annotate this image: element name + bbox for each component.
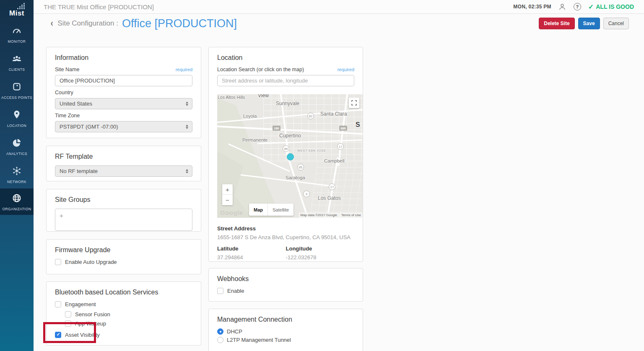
longitude-label: Longitude — [286, 245, 355, 252]
required-badge: required — [176, 67, 192, 72]
map-type-satellite-button[interactable]: Satellite — [268, 204, 293, 216]
sidebar-item-label: ANALYTICS — [6, 152, 27, 156]
information-card: Information Site Name required Country U… — [46, 47, 201, 138]
location-search-label: Location Search (or click on the map) — [217, 67, 304, 72]
map-type-control: Map Satellite — [249, 204, 293, 216]
country-value: United States — [60, 101, 92, 107]
app-wakeup-checkbox[interactable] — [65, 320, 71, 327]
country-select[interactable]: United States — [55, 98, 192, 109]
required-badge: required — [338, 67, 354, 72]
site-name-input[interactable] — [55, 75, 192, 86]
sidebar: Mist MONITOR CLIENTS ACCESS POINTS LOCAT… — [0, 0, 34, 351]
map-type-map-button[interactable]: Map — [249, 204, 268, 216]
latitude-value: 37.294864 — [217, 254, 286, 261]
highway-shield-82: 82 — [307, 113, 314, 119]
breadcrumb[interactable]: Site Configuration : — [57, 19, 118, 28]
rf-template-value: No RF template — [60, 168, 98, 174]
sidebar-item-monitor[interactable]: MONITOR — [0, 20, 34, 48]
save-button[interactable]: Save — [578, 18, 600, 29]
site-groups-card: Site Groups + — [46, 189, 201, 232]
card-title: RF Template — [55, 153, 192, 160]
sidebar-item-access-points[interactable]: ACCESS POINTS — [0, 76, 34, 104]
card-title: Bluetooth based Location Services — [55, 289, 192, 296]
rf-template-select[interactable]: No RF template — [55, 165, 192, 177]
map-label-view: View — [258, 94, 269, 98]
sidebar-item-label: CLIENTS — [9, 67, 25, 72]
webhooks-enable-checkbox[interactable] — [217, 288, 223, 294]
select-stepper-icon — [186, 101, 188, 106]
add-site-group-button[interactable]: + — [60, 212, 63, 219]
mist-logo[interactable]: Mist — [0, 0, 34, 20]
highway-shield-280: 280 — [273, 126, 280, 131]
firmware-upgrade-card: Firmware Upgrade Enable Auto Upgrade — [46, 239, 201, 274]
engagement-checkbox[interactable] — [55, 301, 61, 307]
back-chevron-icon[interactable]: ‹ — [51, 19, 53, 28]
card-title: Management Connection — [217, 316, 354, 323]
map-pin-icon — [11, 109, 22, 122]
card-title: Information — [55, 54, 192, 62]
title-bar: ‹ Site Configuration : Office [PRODUCTIO… — [34, 14, 644, 33]
enable-auto-upgrade-checkbox[interactable] — [55, 259, 61, 265]
card-title: Location — [217, 54, 354, 62]
sidebar-item-label: NETWORK — [7, 180, 26, 184]
highway-shield-9: 9 — [303, 191, 310, 197]
people-icon — [11, 53, 22, 66]
street-address-value: 1655-1687 S De Anza Blvd, Cupertino, CA … — [217, 234, 354, 240]
checkbox-label: Enable — [227, 288, 244, 294]
checkbox-label: Engagement — [65, 301, 96, 307]
map-label-loyola: Loyola — [243, 114, 257, 119]
timezone-value: PST8PDT (GMT -07:00) — [60, 124, 118, 130]
terms-of-use-link[interactable]: Terms of Use — [341, 213, 361, 217]
globe-icon — [11, 193, 22, 205]
fullscreen-button[interactable] — [349, 98, 359, 108]
site-groups-box[interactable]: + — [55, 209, 192, 231]
status-badge[interactable]: ✓ ALL IS GOOD — [588, 3, 634, 11]
sidebar-item-analytics[interactable]: ANALYTICS — [0, 132, 34, 160]
checkbox-label: Sensor Fusion — [75, 311, 110, 317]
timezone-select[interactable]: PST8PDT (GMT -07:00) — [55, 121, 192, 132]
map-label-campbell: Campbell — [324, 158, 345, 163]
sidebar-item-location[interactable]: LOCATION — [0, 104, 34, 132]
access-point-icon — [11, 81, 22, 94]
location-card: Location Location Search (or click on th… — [208, 47, 363, 262]
page-title: Office [PRODUCTION] — [122, 17, 237, 30]
asset-visibility-checkbox[interactable] — [55, 332, 61, 338]
map-data-credit: Map data ©2017 Google — [301, 213, 337, 217]
sidebar-item-organization[interactable]: ORGANIZATION — [0, 188, 34, 215]
highway-shield-17-south: 17 — [329, 183, 335, 190]
gauge-icon — [11, 25, 22, 38]
check-icon: ✓ — [588, 3, 594, 11]
cancel-button[interactable]: Cancel — [603, 18, 629, 29]
checkbox-label: Enable Auto Upgrade — [65, 259, 117, 265]
bluetooth-services-card: Bluetooth based Location Services Engage… — [46, 281, 201, 346]
webhooks-card: Webhooks Enable — [208, 268, 363, 302]
sidebar-item-label: LOCATION — [7, 124, 26, 128]
user-icon[interactable] — [558, 3, 566, 11]
zoom-in-button[interactable]: + — [222, 184, 233, 195]
network-icon — [11, 165, 22, 178]
sidebar-item-network[interactable]: NETWORK — [0, 160, 34, 188]
map-label-los-altos-hills: Los Altos Hills — [218, 95, 245, 100]
site-location-marker[interactable] — [287, 153, 294, 160]
mist-logo-text: Mist — [9, 9, 24, 18]
help-icon[interactable]: ? — [573, 3, 582, 11]
dhcp-radio[interactable] — [217, 328, 223, 335]
location-search-input[interactable] — [217, 75, 354, 86]
sidebar-item-clients[interactable]: CLIENTS — [0, 48, 34, 76]
rf-template-card: RF Template No RF template — [46, 146, 201, 181]
checkbox-label: Asset Visibility — [65, 332, 100, 338]
card-title: Firmware Upgrade — [55, 246, 192, 254]
l2tp-radio[interactable] — [217, 337, 223, 343]
google-map[interactable]: Los Altos Hills View Sunnyvale Santa Cla… — [217, 94, 363, 218]
country-label: Country — [55, 90, 73, 95]
longitude-value: -122.032678 — [286, 254, 355, 261]
delete-site-button[interactable]: Delete Site — [539, 18, 574, 29]
highway-shield-85-south: 85 — [297, 164, 304, 170]
sensor-fusion-checkbox[interactable] — [65, 311, 71, 317]
map-label-cupertino: Cupertino — [279, 133, 301, 139]
timezone-label: Time Zone — [55, 113, 80, 119]
zoom-out-button[interactable]: − — [222, 195, 233, 205]
sidebar-item-label: ACCESS POINTS — [1, 95, 32, 100]
map-label-los-gatos: Los Gatos — [318, 195, 341, 201]
map-label-west-san-jose: WEST SAN JOSE — [297, 149, 326, 152]
